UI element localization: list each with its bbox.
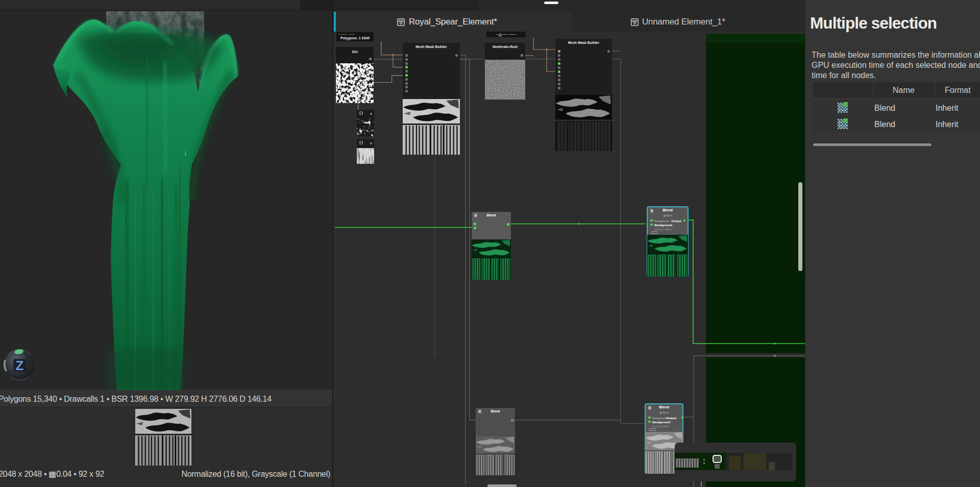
svg-text:Z: Z bbox=[16, 358, 24, 373]
